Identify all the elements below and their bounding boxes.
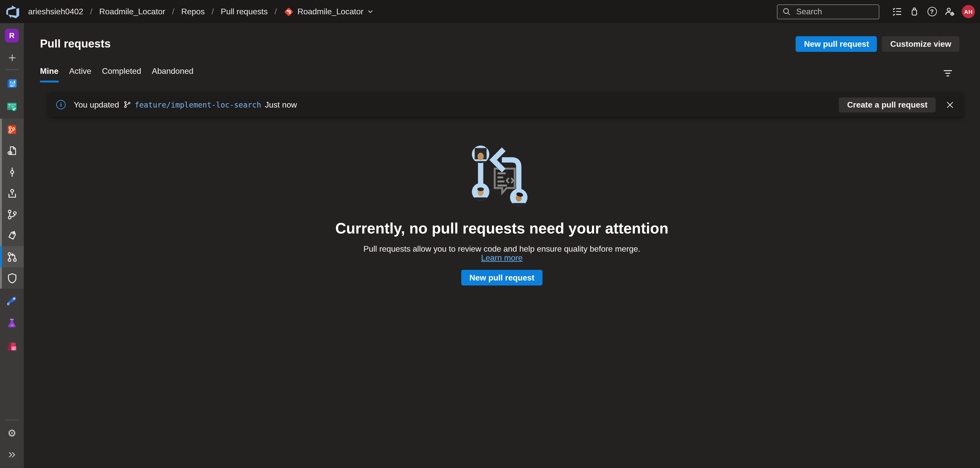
gear-icon: ⚙ <box>7 429 16 439</box>
empty-state-description: Pull requests allow you to review code a… <box>353 245 651 262</box>
breadcrumb-repos[interactable]: Repos <box>181 7 205 16</box>
repository-selector[interactable]: Roadmile_Locator <box>284 6 374 17</box>
double-chevron-right-icon <box>7 451 16 459</box>
pull-request-tabs: Mine Active Completed Abandoned <box>24 58 980 82</box>
azure-devops-logo-icon[interactable] <box>6 4 21 19</box>
pull-requests-icon <box>6 251 18 263</box>
sidebar-item-test-plans[interactable] <box>0 312 24 335</box>
filter-button[interactable] <box>941 66 955 80</box>
search-input[interactable] <box>795 6 873 17</box>
breadcrumb: arieshsieh0402 / Roadmile_Locator / Repo… <box>28 6 374 17</box>
breadcrumb-project[interactable]: Roadmile_Locator <box>99 7 165 16</box>
artifacts-boxes-icon <box>6 341 18 353</box>
project-settings-button[interactable]: ⚙ <box>0 423 24 444</box>
tags-icon <box>6 230 18 241</box>
main-content: Pull requests New pull request Customize… <box>24 23 980 468</box>
help-glyph: ? <box>930 8 934 15</box>
top-bar: arieshsieh0402 / Roadmile_Locator / Repo… <box>0 0 980 23</box>
branch-name-link[interactable]: feature/implement-loc-search <box>135 100 261 109</box>
expand-sidebar-button[interactable] <box>0 444 24 465</box>
marketplace-bag-icon[interactable] <box>905 3 923 20</box>
chevron-down-icon <box>367 8 374 15</box>
git-branch-icon <box>123 101 131 109</box>
sidebar-spacer <box>0 359 24 418</box>
branches-icon <box>6 208 18 220</box>
new-pull-request-button[interactable]: New pull request <box>796 36 877 52</box>
empty-state: Currently, no pull requests need your at… <box>24 133 980 286</box>
empty-state-heading: Currently, no pull requests need your at… <box>333 220 670 237</box>
learn-more-link[interactable]: Learn more <box>481 253 523 263</box>
customize-view-button[interactable]: Customize view <box>882 36 959 52</box>
info-icon: i <box>56 100 66 109</box>
search-box[interactable] <box>777 4 879 19</box>
tab-active[interactable]: Active <box>69 66 91 82</box>
close-icon <box>946 101 954 108</box>
sidebar-divider <box>5 69 19 70</box>
project-avatar[interactable]: R <box>5 29 19 43</box>
tab-abandoned[interactable]: Abandoned <box>152 66 194 82</box>
sidebar-item-advanced-security[interactable] <box>0 268 24 289</box>
page-title: Pull requests <box>40 38 110 51</box>
azure-devops-app: arieshsieh0402 / Roadmile_Locator / Repo… <box>0 0 980 468</box>
banner-message: You updated <box>74 100 119 109</box>
files-icon <box>6 144 18 156</box>
user-avatar[interactable]: AH <box>962 5 975 18</box>
plus-icon <box>7 53 17 62</box>
sidebar-item-pushes[interactable] <box>0 182 24 204</box>
sidebar-item-boards[interactable] <box>0 95 24 119</box>
empty-state-new-pull-request-button[interactable]: New pull request <box>461 270 542 286</box>
breadcrumb-separator: / <box>172 7 174 16</box>
sidebar-item-pipelines[interactable] <box>0 289 24 312</box>
sidebar-item-files[interactable] <box>0 140 24 161</box>
breadcrumb-separator: / <box>275 7 277 16</box>
tab-completed[interactable]: Completed <box>102 66 142 82</box>
overview-icon <box>6 78 18 90</box>
commits-icon <box>6 166 18 178</box>
user-settings-icon[interactable] <box>941 3 958 20</box>
tab-mine[interactable]: Mine <box>40 66 58 82</box>
create-pull-request-button[interactable]: Create a pull request <box>839 97 935 112</box>
repos-nav-group <box>0 119 24 289</box>
branch-update-banner: i You updated feature/implement-loc-sear… <box>49 92 963 117</box>
sidebar-item-branches[interactable] <box>0 204 24 225</box>
task-list-icon[interactable] <box>888 3 905 20</box>
left-navigation: R <box>0 23 24 468</box>
sidebar-item-commits[interactable] <box>0 161 24 182</box>
breadcrumb-separator: / <box>212 7 214 16</box>
pushes-icon <box>6 187 18 199</box>
sidebar-item-repos[interactable] <box>0 119 24 140</box>
search-icon <box>783 7 791 16</box>
test-plans-flask-icon <box>6 317 18 330</box>
breadcrumb-organization[interactable]: arieshsieh0402 <box>28 7 83 16</box>
shield-icon <box>6 272 18 284</box>
sidebar-item-tags[interactable] <box>0 225 24 246</box>
breadcrumb-pull-requests[interactable]: Pull requests <box>221 7 268 16</box>
breadcrumb-separator: / <box>90 7 92 16</box>
topbar-actions: ? AH <box>777 3 975 20</box>
sidebar-divider <box>5 420 19 420</box>
sidebar-item-pull-requests[interactable] <box>0 246 24 267</box>
filter-icon <box>943 69 952 77</box>
no-pull-requests-illustration <box>467 133 537 211</box>
add-project-button[interactable] <box>0 48 24 67</box>
repos-icon <box>6 123 18 136</box>
sidebar-item-artifacts[interactable] <box>0 335 24 359</box>
boards-icon <box>6 101 18 113</box>
repository-name: Roadmile_Locator <box>298 7 363 16</box>
banner-timestamp: Just now <box>265 100 297 109</box>
sidebar-item-overview[interactable] <box>0 73 24 95</box>
help-icon[interactable]: ? <box>923 3 940 20</box>
git-repo-icon <box>284 6 294 17</box>
close-banner-button[interactable] <box>943 98 957 112</box>
pipelines-rocket-icon <box>6 294 18 306</box>
